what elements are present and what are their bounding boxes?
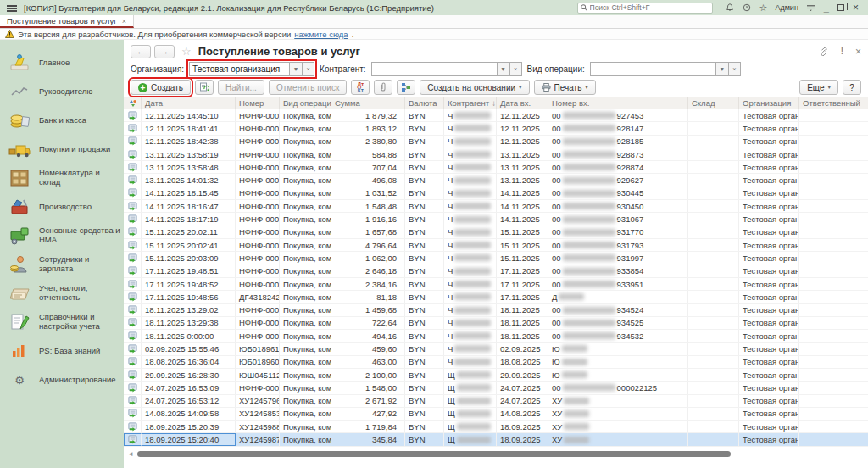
table-row[interactable]: 15.11.2025 20:02:41 НФНФ-000... Покупка,… (124, 239, 868, 252)
table-row[interactable]: 15.11.2025 20:02:11 НФНФ-000... Покупка,… (124, 226, 868, 239)
service-menu-icon[interactable] (806, 4, 815, 12)
warning-link[interactable]: нажмите сюда (294, 30, 348, 39)
operation-filter-input[interactable] (590, 62, 715, 76)
cell-number-in: 00927453 (548, 109, 688, 121)
tab-close-icon[interactable]: × (122, 17, 126, 25)
close-form-icon[interactable]: × (855, 46, 861, 58)
sidebar-item-directories-settings[interactable]: Справочники и настройки учета (0, 308, 124, 337)
sidebar-item-main[interactable]: Главное (0, 48, 124, 77)
column-header-date-in[interactable]: Дата вх. (497, 98, 548, 109)
table-row[interactable]: 17.11.2025 19:48:51 НФНФ-000... Покупка,… (124, 265, 868, 278)
org-combo-dropdown-icon[interactable]: ▾ (289, 62, 302, 76)
table-row[interactable]: 13.11.2025 13:58:19 НФНФ-000... Покупка,… (124, 148, 868, 161)
redacted-text (563, 281, 615, 287)
table-row[interactable]: 14.08.2025 14:09:58 ХУ1245853 Покупка, к… (124, 408, 868, 421)
tab-receipt-goods[interactable]: Поступление товаров и услуг × (0, 15, 134, 28)
table-row[interactable]: 18.09.2025 15:20:39 ХУ1245988 Покупка, к… (124, 421, 868, 433)
operation-combo-clear-icon[interactable]: × (728, 62, 741, 76)
table-row[interactable]: 18.11.2025 0:00:00 НФНФ-000... Покупка, … (124, 330, 868, 343)
table-row[interactable]: 02.09.2025 15:55:46 ЮБ0189618 Покупка, к… (124, 343, 868, 355)
column-header-currency[interactable]: Валюта (405, 98, 444, 109)
column-header-operation[interactable]: Вид операции (280, 98, 331, 109)
pin-icon[interactable]: ! (841, 47, 843, 56)
table-row[interactable]: 29.09.2025 16:28:30 ЮШ0451129 Покупка, к… (124, 369, 868, 382)
cancel-search-button[interactable]: Отменить поиск (269, 80, 347, 95)
scroll-left-icon[interactable]: ◄ (127, 450, 134, 458)
history-icon[interactable] (743, 3, 751, 12)
sidebar-item-bank-cash[interactable]: Банк и касса (0, 106, 124, 135)
main-menu-icon[interactable] (7, 4, 17, 12)
copy-document-button[interactable] (195, 80, 214, 95)
operation-combo-dropdown-icon[interactable]: ▾ (715, 62, 728, 76)
sidebar-item-employees-salary[interactable]: Сотрудники и зарплата (0, 250, 124, 279)
print-button[interactable]: Печать▾ (534, 80, 596, 95)
table-row[interactable]: 18.08.2025 16:36:04 ЮБ0189605 Покупка, к… (124, 356, 868, 369)
table-row[interactable]: 24.07.2025 16:53:09 НФНФ-000... Покупка,… (124, 382, 868, 394)
column-header-sum[interactable]: Сумма (331, 98, 405, 109)
counterparty-combo-dropdown-icon[interactable]: ▾ (497, 62, 509, 76)
list-settings-cell[interactable] (124, 98, 142, 109)
cell-number: НФНФ-000... (236, 330, 280, 342)
column-header-number-in[interactable]: Номер вх. (548, 98, 688, 109)
related-documents-button[interactable] (397, 80, 415, 95)
forward-button[interactable]: → (154, 45, 175, 58)
table-row[interactable]: 24.07.2025 16:53:12 ХУ1245796 Покупка, к… (124, 395, 868, 408)
attachments-button[interactable] (374, 80, 392, 95)
favorite-star-icon[interactable]: ☆ (181, 45, 192, 58)
global-search[interactable] (577, 3, 713, 14)
table-row[interactable]: 18.11.2025 13:29:02 НФНФ-000... Покупка,… (124, 304, 868, 316)
cell-date: 18.09.2025 15:20:39 (142, 421, 236, 432)
debit-credit-button[interactable]: ДтКт (351, 80, 370, 95)
cell-counterparty: Ч (444, 200, 497, 212)
column-header-warehouse[interactable]: Склад (688, 98, 739, 109)
org-filter-input[interactable] (189, 62, 289, 76)
counterparty-combo-clear-icon[interactable]: × (509, 62, 522, 76)
sidebar-item-administration[interactable]: ⚙ Администрирование (0, 365, 124, 394)
table-row[interactable]: 13.11.2025 13:58:48 НФНФ-000... Покупка,… (124, 161, 868, 174)
cell-number-in: 00934524 (548, 304, 688, 315)
minimize-icon[interactable]: _ (824, 3, 829, 13)
column-header-number[interactable]: Номер (236, 98, 280, 109)
horizontal-scrollbar[interactable]: ◄ (124, 451, 868, 458)
favorites-star-icon[interactable]: ☆ (760, 3, 768, 13)
column-header-responsible[interactable]: Ответственный (799, 98, 868, 109)
sidebar-item-accounting-taxes[interactable]: Учет, налоги, отчетность (0, 279, 124, 308)
table-row[interactable]: 12.11.2025 18:42:38 НФНФ-000... Покупка,… (124, 136, 868, 148)
scrollbar-thumb[interactable] (137, 451, 731, 457)
sidebar-item-production[interactable]: Производство (0, 192, 124, 221)
table-row[interactable]: 15.11.2025 20:03:09 НФНФ-000... Покупка,… (124, 252, 868, 265)
create-button[interactable]: + Создать (131, 80, 191, 95)
get-link-icon[interactable] (819, 47, 829, 56)
table-row[interactable]: 14.11.2025 18:17:19 НФНФ-000... Покупка,… (124, 213, 868, 226)
table-row[interactable]: 12.11.2025 18:41:41 НФНФ-000... Покупка,… (124, 122, 868, 135)
search-input[interactable] (590, 3, 709, 12)
sidebar-item-inventory-warehouse[interactable]: Номенклатура и склад (0, 164, 124, 192)
help-button[interactable]: ? (843, 80, 861, 95)
table-row[interactable]: 14.11.2025 18:15:45 НФНФ-000... Покупка,… (124, 187, 868, 200)
sidebar-item-manager[interactable]: Руководителю (0, 77, 124, 106)
column-header-counterparty[interactable]: Контрагент ↓ (444, 98, 497, 109)
org-combo-clear-icon[interactable]: × (302, 62, 314, 76)
back-button[interactable]: ← (131, 45, 151, 58)
close-icon[interactable]: × (853, 3, 859, 13)
table-row[interactable]: 18.11.2025 13:29:38 НФНФ-000... Покупка,… (124, 317, 868, 330)
create-based-on-button[interactable]: Создать на основании▾ (420, 80, 529, 95)
sidebar-item-knowledge-base[interactable]: PS: База знаний (0, 337, 124, 365)
cell-warehouse (688, 213, 739, 225)
notifications-bell-icon[interactable] (726, 3, 734, 12)
current-user[interactable]: Админ (775, 3, 798, 12)
sidebar-item-fixed-assets[interactable]: Основные средства и НМА (0, 221, 124, 250)
more-button[interactable]: Еще▾ (799, 80, 838, 95)
restore-icon[interactable] (837, 4, 844, 11)
table-row[interactable]: 13.11.2025 14:01:32 НФНФ-000... Покупка,… (124, 174, 868, 187)
find-button[interactable]: Найти... (218, 80, 264, 95)
table-row[interactable]: 12.11.2025 14:45:10 НФНФ-000... Покупка,… (124, 109, 868, 122)
table-row[interactable]: 17.11.2025 19:48:52 НФНФ-000... Покупка,… (124, 278, 868, 291)
counterparty-filter-input[interactable] (371, 62, 497, 76)
column-header-organization[interactable]: Организация (739, 98, 799, 109)
table-row[interactable]: 18.09.2025 15:20:40 ХУ1245987 Покупка, к… (124, 433, 868, 446)
sidebar-item-purchases-sales[interactable]: Покупки и продажи (0, 135, 124, 164)
column-header-date[interactable]: Дата (142, 98, 236, 109)
table-row[interactable]: 17.11.2025 19:48:56 ДГ4318242 Покупка, к… (124, 291, 868, 304)
table-row[interactable]: 14.11.2025 18:16:47 НФНФ-000... Покупка,… (124, 200, 868, 213)
